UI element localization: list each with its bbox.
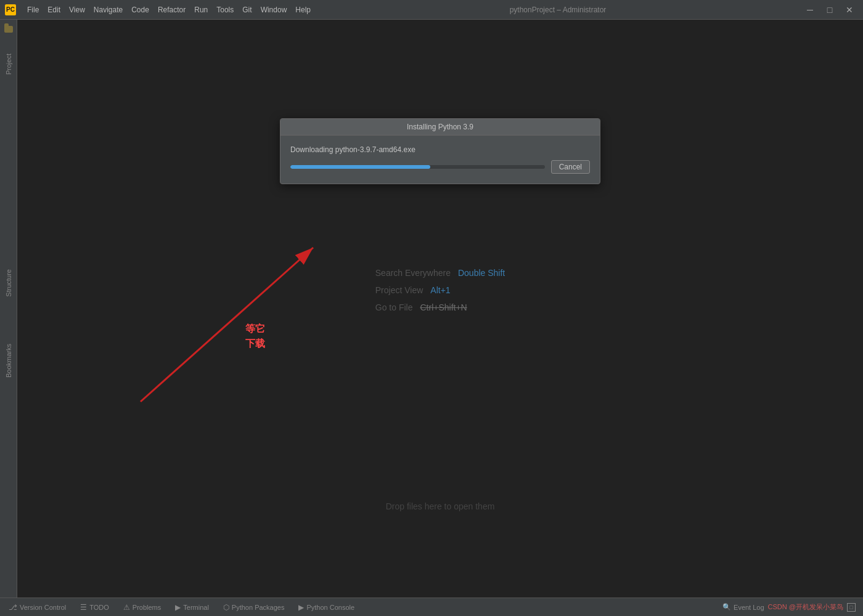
corner-icon[interactable]: □ <box>847 603 856 612</box>
menu-refactor[interactable]: Refactor <box>154 4 189 15</box>
version-control-icon: ⎇ <box>9 603 17 612</box>
main-area: Project Structure Bookmarks Search Every… <box>0 20 863 598</box>
menu-view[interactable]: View <box>65 4 89 15</box>
left-sidebar: Project Structure Bookmarks <box>0 20 17 598</box>
annotation-line2: 下载 <box>245 336 265 351</box>
terminal-icon: ▶ <box>175 603 181 612</box>
event-log-area[interactable]: 🔍 Event Log <box>722 603 764 611</box>
menu-help[interactable]: Help <box>292 4 314 15</box>
tab-python-packages[interactable]: ⬡ Python Packages <box>217 598 292 616</box>
folder-icon <box>4 26 13 33</box>
csdn-watermark: CSDN @开机发呆小菜鸟 <box>768 602 843 612</box>
menu-code[interactable]: Code <box>128 4 153 15</box>
menu-navigate[interactable]: Navigate <box>90 4 126 15</box>
menu-run[interactable]: Run <box>190 4 211 15</box>
dialog-content: Downloading python-3.9.7-amd64.exe Cance… <box>280 136 600 184</box>
python-packages-icon: ⬡ <box>223 603 229 612</box>
minimize-button[interactable]: ─ <box>801 4 819 16</box>
tab-python-packages-label: Python Packages <box>232 604 285 611</box>
maximize-button[interactable]: □ <box>821 4 838 16</box>
menu-edit[interactable]: Edit <box>44 4 64 15</box>
tab-problems[interactable]: ⚠ Problems <box>117 598 168 616</box>
tab-python-console[interactable]: ▶ Python Console <box>292 598 361 616</box>
sidebar-tab-bookmarks[interactable]: Bookmarks <box>2 339 15 383</box>
tab-version-control[interactable]: ⎇ Version Control <box>2 598 73 616</box>
menu-git[interactable]: Git <box>239 4 255 15</box>
progress-bar-container <box>290 165 545 169</box>
progress-bar-fill <box>290 165 430 169</box>
tab-python-console-label: Python Console <box>306 604 354 611</box>
menu-file[interactable]: File <box>23 4 43 15</box>
todo-icon: ☰ <box>80 603 87 612</box>
app-icon: PC <box>5 4 16 15</box>
sidebar-tab-project[interactable]: Project <box>2 49 15 79</box>
tab-terminal[interactable]: ▶ Terminal <box>169 598 216 616</box>
python-console-icon: ▶ <box>298 603 304 612</box>
bottom-right: 🔍 Event Log CSDN @开机发呆小菜鸟 □ <box>722 602 861 612</box>
dialog-title-bar: Installing Python 3.9 <box>280 119 600 136</box>
tab-terminal-label: Terminal <box>183 604 209 611</box>
tab-problems-label: Problems <box>133 604 161 611</box>
dialog-overlay: Installing Python 3.9 Downloading python… <box>17 20 863 598</box>
tab-todo[interactable]: ☰ TODO <box>74 598 116 616</box>
window-controls: ─ □ ✕ <box>801 4 858 16</box>
annotation-text: 等它 下载 <box>245 322 265 351</box>
search-icon: 🔍 <box>722 603 731 611</box>
cancel-button[interactable]: Cancel <box>551 160 590 174</box>
annotation-line1: 等它 <box>245 322 265 336</box>
event-log-label: Event Log <box>734 604 764 611</box>
sidebar-tab-structure[interactable]: Structure <box>2 264 15 302</box>
window-title: pythonProject – Administrator <box>510 6 607 14</box>
menu-tools[interactable]: Tools <box>213 4 237 15</box>
bottom-tabs: ⎇ Version Control ☰ TODO ⚠ Problems ▶ Te… <box>2 598 361 616</box>
installing-dialog: Installing Python 3.9 Downloading python… <box>280 118 600 184</box>
menu-window[interactable]: Window <box>257 4 291 15</box>
tab-todo-label: TODO <box>89 604 109 611</box>
bottom-bar: ⎇ Version Control ☰ TODO ⚠ Problems ▶ Te… <box>0 598 863 616</box>
editor-area: Search Everywhere Double Shift Project V… <box>17 20 863 598</box>
tab-version-control-label: Version Control <box>20 604 66 611</box>
menu-bar: File Edit View Navigate Code Refactor Ru… <box>23 4 314 15</box>
dialog-progress-row: Cancel <box>290 160 590 174</box>
close-button[interactable]: ✕ <box>841 4 858 16</box>
title-bar: PC File Edit View Navigate Code Refactor… <box>0 0 863 20</box>
dialog-message: Downloading python-3.9.7-amd64.exe <box>290 145 590 154</box>
problems-icon: ⚠ <box>123 603 130 612</box>
title-bar-left: PC File Edit View Navigate Code Refactor… <box>5 4 314 15</box>
